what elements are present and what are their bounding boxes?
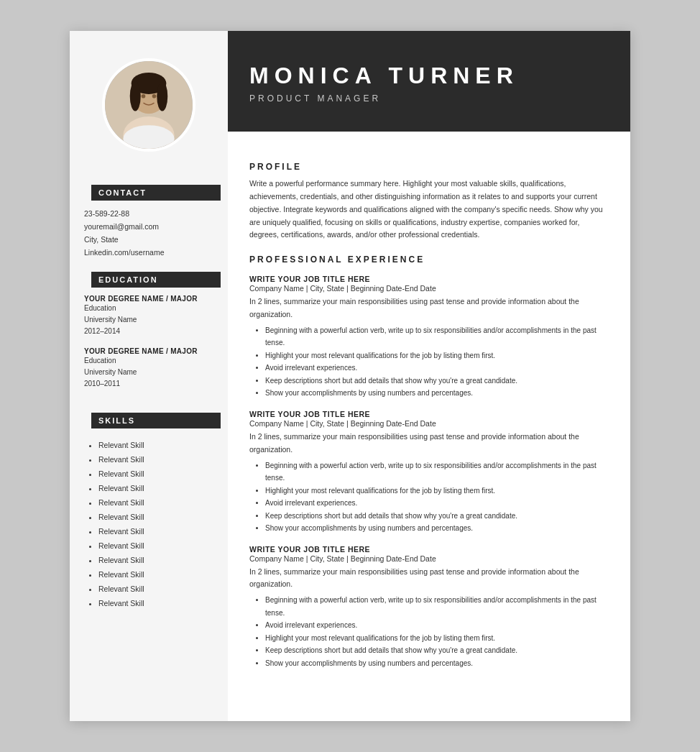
job2-bullet-5: Show your accomplishments by using numbe…	[265, 522, 609, 535]
resume-title: PRODUCT MANAGER	[249, 93, 609, 104]
resume-header: MONICA TURNER PRODUCT MANAGER	[228, 31, 630, 132]
skill-11: Relevant Skill	[98, 582, 213, 597]
skill-2: Relevant Skill	[98, 453, 213, 467]
skill-12: Relevant Skill	[98, 597, 213, 611]
job1-bullets: Beginning with a powerful action verb, w…	[249, 324, 609, 400]
job1-bullet-1: Beginning with a powerful action verb, w…	[265, 324, 609, 349]
job2-title: WRITE YOUR JOB TITLE HERE	[249, 410, 609, 418]
skill-10: Relevant Skill	[98, 568, 213, 582]
job2-company: Company Name | City, State | Beginning D…	[249, 419, 609, 428]
edu2-label: Education	[84, 355, 213, 367]
job3-bullet-4: Keep descriptions short but add details …	[265, 644, 609, 657]
skill-6: Relevant Skill	[98, 510, 213, 525]
edu1-degree: YOUR DEGREE NAME / MAJOR	[84, 295, 213, 303]
skill-7: Relevant Skill	[98, 525, 213, 539]
job1-company: Company Name | City, State | Beginning D…	[249, 284, 609, 293]
svg-point-8	[123, 125, 174, 152]
edu2-university: University Name	[84, 367, 213, 378]
job3-bullet-3: Highlight your most relevant qualificati…	[265, 632, 609, 645]
job2-bullet-4: Keep descriptions short but add details …	[265, 510, 609, 523]
job1-bullet-4: Keep descriptions short but add details …	[265, 375, 609, 388]
resume-name: MONICA TURNER	[249, 63, 609, 89]
job1-summary: In 2 lines, summarize your main responsi…	[249, 295, 609, 321]
svg-point-7	[152, 94, 157, 98]
job2-bullet-2: Highlight your most relevant qualificati…	[265, 485, 609, 497]
job-entry-3: WRITE YOUR JOB TITLE HERE Company Name |…	[249, 545, 609, 670]
left-column: CONTACT 23-589-22-88 youremail@gmail.com…	[70, 31, 228, 721]
skill-9: Relevant Skill	[98, 554, 213, 568]
education-header: EDUCATION	[91, 272, 221, 288]
job1-bullet-5: Show your accomplishments by using numbe…	[265, 387, 609, 400]
avatar-area	[70, 31, 228, 172]
job2-summary: In 2 lines, summarize your main responsi…	[249, 431, 609, 457]
skill-4: Relevant Skill	[98, 482, 213, 496]
resume-document: CONTACT 23-589-22-88 youremail@gmail.com…	[70, 31, 630, 721]
contact-phone: 23-589-22-88	[84, 208, 213, 221]
edu-block-1: YOUR DEGREE NAME / MAJOR Education Unive…	[84, 295, 213, 337]
job3-bullet-1: Beginning with a powerful action verb, w…	[265, 594, 609, 619]
svg-point-4	[130, 81, 141, 111]
skills-header: SKILLS	[91, 413, 221, 428]
contact-header: CONTACT	[91, 185, 221, 201]
edu2-degree: YOUR DEGREE NAME / MAJOR	[84, 347, 213, 355]
skills-list: Relevant Skill Relevant Skill Relevant S…	[84, 439, 213, 610]
job3-bullet-2: Avoid irrelevant experiences.	[265, 619, 609, 632]
right-content: PROFILE Write a powerful performance sum…	[228, 132, 630, 692]
job2-bullet-1: Beginning with a powerful action verb, w…	[265, 459, 609, 485]
job3-company: Company Name | City, State | Beginning D…	[249, 554, 609, 563]
job1-bullet-2: Highlight your most relevant qualificati…	[265, 349, 609, 362]
job2-bullet-3: Avoid irrelevant experiences.	[265, 497, 609, 510]
job-entry-1: WRITE YOUR JOB TITLE HERE Company Name |…	[249, 275, 609, 400]
edu1-university: University Name	[84, 314, 213, 326]
edu1-years: 2012–2014	[84, 326, 213, 337]
contact-linkedin: Linkedin.com/username	[84, 247, 213, 260]
job3-bullets: Beginning with a powerful action verb, w…	[249, 594, 609, 669]
contact-location: City, State	[84, 234, 213, 247]
right-column: MONICA TURNER PRODUCT MANAGER PROFILE Wr…	[228, 31, 630, 721]
svg-point-5	[157, 81, 167, 111]
skills-section: Relevant Skill Relevant Skill Relevant S…	[70, 436, 228, 610]
skill-8: Relevant Skill	[98, 539, 213, 554]
experience-section-title: PROFESSIONAL EXPERIENCE	[249, 255, 609, 265]
avatar	[102, 58, 195, 152]
svg-point-6	[142, 94, 146, 98]
education-section: YOUR DEGREE NAME / MAJOR Education Unive…	[70, 295, 228, 400]
job3-bullet-5: Show your accomplishments by using numbe…	[265, 657, 609, 670]
contact-email: youremail@gmail.com	[84, 221, 213, 234]
edu1-label: Education	[84, 303, 213, 314]
job-entry-2: WRITE YOUR JOB TITLE HERE Company Name |…	[249, 410, 609, 535]
job2-bullets: Beginning with a powerful action verb, w…	[249, 459, 609, 535]
edu-block-2: YOUR DEGREE NAME / MAJOR Education Unive…	[84, 347, 213, 390]
job3-title: WRITE YOUR JOB TITLE HERE	[249, 545, 609, 554]
profile-section-title: PROFILE	[249, 162, 609, 172]
job3-summary: In 2 lines, summarize your main responsi…	[249, 566, 609, 592]
profile-text: Write a powerful performance summary her…	[249, 178, 609, 242]
skill-5: Relevant Skill	[98, 496, 213, 510]
job1-bullet-3: Avoid irrelevant experiences.	[265, 362, 609, 375]
job1-title: WRITE YOUR JOB TITLE HERE	[249, 275, 609, 283]
skill-3: Relevant Skill	[98, 467, 213, 482]
contact-section: 23-589-22-88 youremail@gmail.com City, S…	[70, 208, 228, 259]
edu2-years: 2010–2011	[84, 378, 213, 390]
skill-1: Relevant Skill	[98, 439, 213, 453]
